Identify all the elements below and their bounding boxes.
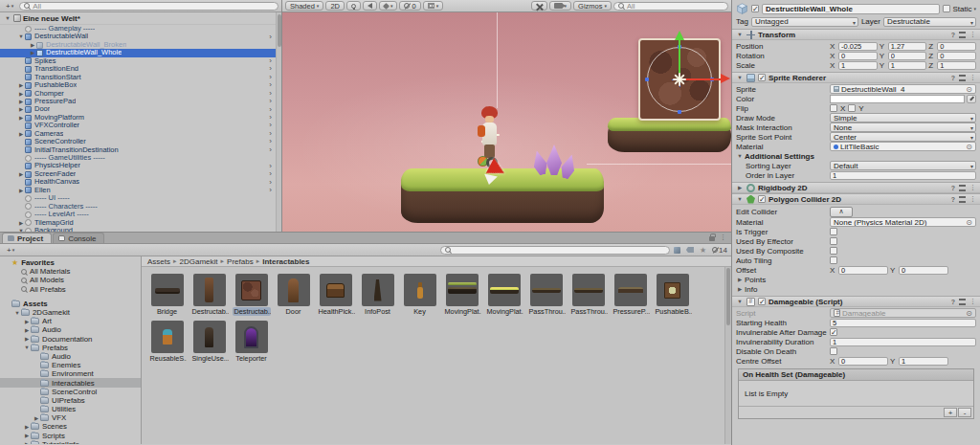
folder-tree-item[interactable]: UIPrefabs xyxy=(0,396,141,405)
asset-thumbnail[interactable] xyxy=(235,274,268,306)
hierarchy-item[interactable]: TransitionStart › xyxy=(0,74,281,81)
foldout-icon[interactable] xyxy=(29,41,36,49)
folder-tree-item[interactable]: Audio xyxy=(0,352,141,361)
prefab-open-arrow-icon[interactable]: › xyxy=(269,187,272,194)
foldout-icon[interactable] xyxy=(23,327,31,333)
kebab-menu-icon[interactable]: ⋮ xyxy=(969,298,976,305)
folder-tree-item[interactable]: Audio xyxy=(0,325,141,334)
asset-item[interactable]: Door xyxy=(275,274,312,316)
gizmo-handle-dot[interactable] xyxy=(678,110,681,114)
tool-settings-button[interactable] xyxy=(531,1,547,11)
points-foldout[interactable]: Points xyxy=(736,275,976,284)
hierarchy-search-input[interactable]: All xyxy=(19,2,278,11)
offset-x-field[interactable] xyxy=(838,266,888,275)
asset-thumbnail[interactable] xyxy=(614,274,647,306)
asset-item[interactable]: Bridge xyxy=(148,274,186,316)
position-x-field[interactable] xyxy=(838,42,878,51)
hierarchy-item[interactable]: InitialTransitionDestination › xyxy=(0,146,281,154)
draw-mode-dropdown[interactable]: Simple xyxy=(830,113,976,122)
foldout-icon[interactable] xyxy=(13,310,21,316)
folder-tree-item[interactable]: All Models xyxy=(0,276,141,284)
folder-tree-item[interactable]: All Materials xyxy=(0,267,141,276)
disable-on-death-checkbox[interactable] xyxy=(830,347,837,355)
grid-visibility-dropdown[interactable]: ▾ xyxy=(423,1,444,11)
hierarchy-item[interactable]: Chomper › xyxy=(0,90,281,98)
x-axis-arrowhead-icon[interactable] xyxy=(721,74,730,83)
asset-item[interactable]: MovingPlat... xyxy=(485,274,523,316)
scene-camera-dropdown[interactable]: ▾ xyxy=(549,1,572,11)
shading-mode-dropdown[interactable]: Shaded▾ xyxy=(285,1,323,11)
hierarchy-item[interactable]: DestructableWall › xyxy=(0,33,281,40)
is-trigger-checkbox[interactable] xyxy=(830,228,837,235)
hierarchy-item[interactable]: ----- Gameplay ----- › xyxy=(0,25,281,33)
asset-thumbnail[interactable] xyxy=(193,321,226,353)
static-dropdown[interactable]: Static ▾ xyxy=(943,5,976,13)
mask-interaction-dropdown[interactable]: None xyxy=(830,122,976,132)
add-event-button[interactable]: + xyxy=(944,408,957,417)
folder-tree-item[interactable]: Scenes xyxy=(0,422,141,431)
hierarchy-item[interactable]: MovingPlatform › xyxy=(0,114,281,122)
sorting-layer-dropdown[interactable]: Default xyxy=(830,161,976,170)
kebab-menu-icon[interactable]: ⋮ xyxy=(969,184,976,191)
asset-thumbnail[interactable] xyxy=(193,274,226,306)
tag-dropdown[interactable]: Untagged xyxy=(751,17,858,27)
scrollbar-thumb[interactable] xyxy=(278,14,281,47)
asset-item[interactable]: PassThrou... xyxy=(569,274,607,316)
gameobject-name-field[interactable] xyxy=(762,4,940,14)
asset-item[interactable]: SingleUse... xyxy=(190,321,228,363)
foldout-icon[interactable] xyxy=(23,336,31,342)
asset-item[interactable]: MovingPlat... xyxy=(443,274,480,316)
preset-icon[interactable] xyxy=(959,75,966,81)
position-z-field[interactable] xyxy=(937,42,976,51)
component-enabled-checkbox[interactable] xyxy=(758,195,766,203)
foldout-icon[interactable] xyxy=(17,81,25,89)
prefab-open-arrow-icon[interactable]: › xyxy=(269,98,272,105)
flip-x-checkbox[interactable] xyxy=(830,104,837,112)
scene-header-row[interactable]: Eine neue Welt* xyxy=(0,12,281,25)
asset-item[interactable]: PassThrou... xyxy=(527,274,565,316)
used-by-effector-checkbox[interactable] xyxy=(830,237,837,245)
gizmos-dropdown[interactable]: Gizmos▾ xyxy=(573,1,612,11)
foldout-icon[interactable] xyxy=(23,441,31,444)
folder-tree-item[interactable]: Enemies xyxy=(0,361,141,369)
scene-effects-dropdown[interactable]: ▾ xyxy=(379,1,398,11)
preset-icon[interactable] xyxy=(959,185,966,191)
used-by-composite-checkbox[interactable] xyxy=(830,247,837,255)
foldout-icon[interactable] xyxy=(17,105,25,113)
centre-offset-x-field[interactable] xyxy=(838,357,888,366)
scrollbar-thumb[interactable] xyxy=(726,268,730,325)
preset-icon[interactable] xyxy=(959,299,966,305)
help-icon[interactable]: ? xyxy=(951,32,955,38)
object-picker-icon[interactable]: ⊙ xyxy=(966,85,972,94)
saved-search-star-icon[interactable]: ★ xyxy=(700,246,706,255)
folder-tree-item[interactable]: Environment xyxy=(0,369,141,378)
folder-tree-item[interactable]: TutorialInfo xyxy=(0,440,141,444)
asset-item[interactable]: Teleporter xyxy=(233,321,270,363)
kebab-menu-icon[interactable]: ⋮ xyxy=(969,195,976,203)
edit-collider-button[interactable]: ∧ xyxy=(830,207,853,217)
hierarchy-item[interactable]: TilemapGrid › xyxy=(0,219,281,227)
help-icon[interactable]: ? xyxy=(951,299,955,305)
scene-foldout-icon[interactable] xyxy=(4,15,11,21)
folder-tree-item[interactable]: Scripts xyxy=(0,432,141,440)
foldout-icon[interactable] xyxy=(17,114,25,122)
folder-tree-item[interactable]: VFX xyxy=(0,413,141,422)
hierarchy-item[interactable]: ScreenFader › xyxy=(0,170,281,178)
asset-thumbnail[interactable] xyxy=(151,274,184,306)
foldout-icon[interactable] xyxy=(17,90,25,98)
rigidbody-2d-header[interactable]: Rigidbody 2D ? ⋮ xyxy=(732,182,980,193)
asset-item[interactable]: Destructab... xyxy=(190,274,228,316)
foldout-icon[interactable] xyxy=(736,153,744,159)
invulnerable-checkbox[interactable] xyxy=(830,328,837,336)
sprite-sort-point-dropdown[interactable]: Center xyxy=(830,132,976,142)
gizmo-handle-dot[interactable] xyxy=(645,78,649,81)
kebab-menu-icon[interactable]: ⋮ xyxy=(720,234,726,241)
hierarchy-item[interactable]: ----- LevelArt ----- › xyxy=(0,211,281,218)
rotation-x-field[interactable] xyxy=(838,52,878,60)
additional-settings-foldout[interactable]: Additional Settings xyxy=(736,151,976,161)
hierarchy-create-button[interactable]: + ▾ xyxy=(3,1,16,11)
foldout-icon[interactable] xyxy=(17,170,25,178)
order-in-layer-field[interactable] xyxy=(830,171,976,180)
foldout-icon[interactable] xyxy=(736,286,744,292)
hierarchy-item[interactable]: HealthCanvas › xyxy=(0,178,281,186)
